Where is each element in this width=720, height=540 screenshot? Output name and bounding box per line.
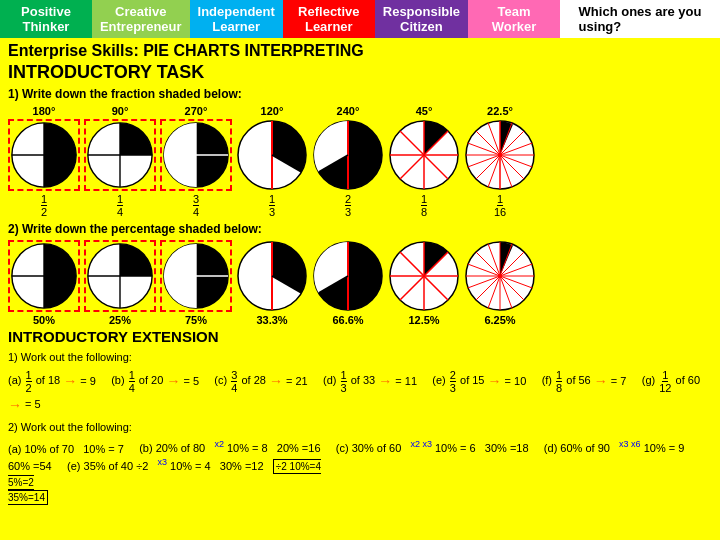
- ext1-g: (g) 112 of 60: [642, 374, 700, 386]
- pie2-25: [84, 240, 156, 312]
- pie-chart-120: [236, 119, 308, 191]
- enterprise-title: Enterprise Skills: PIE CHARTS INTERPRETI…: [8, 42, 712, 60]
- pct-label-50: 50%: [33, 314, 55, 326]
- fraction-45: 18: [421, 193, 427, 218]
- pie2-50: [8, 240, 80, 312]
- task2-instruction: 2) Write down the percentage shaded belo…: [8, 222, 712, 236]
- ans-a: = 9: [80, 374, 108, 386]
- tab-positive-label: PositiveThinker: [21, 4, 71, 34]
- chart-item-240: 240° 23: [312, 105, 384, 218]
- angle-label-270: 270°: [185, 105, 208, 117]
- chart-item-270: 270° 34: [160, 105, 232, 218]
- tab-team-label: TeamWorker: [492, 4, 537, 34]
- arrow-a: →: [63, 373, 77, 389]
- pie-chart-225: [464, 119, 536, 191]
- tab-independent-label: IndependentLearner: [198, 4, 275, 34]
- angle-label-45: 45°: [416, 105, 433, 117]
- ext1-d: (d) 13 of 33: [323, 374, 375, 386]
- ans-c: = 21: [286, 374, 320, 386]
- pie-chart-90: [84, 119, 156, 191]
- chart2-item-125: 12.5%: [388, 240, 460, 326]
- arrow-d: →: [378, 373, 392, 389]
- tab-team[interactable]: TeamWorker: [468, 0, 560, 38]
- chart-item-225: 22.5° 116: [464, 105, 536, 218]
- ext2-a: (a) 10% of 70 10% = 7: [8, 442, 136, 454]
- extension-title: INTRODUCTORY EXTENSION: [8, 328, 712, 345]
- pie-chart-180: [8, 119, 80, 191]
- arrow-b: →: [166, 373, 180, 389]
- main-content: Enterprise Skills: PIE CHARTS INTERPRETI…: [0, 38, 720, 513]
- chart-item-90: 90° 14: [84, 105, 156, 218]
- chart2-item-625: 6.25%: [464, 240, 536, 326]
- fraction-270: 34: [193, 193, 199, 218]
- pie2-125: [388, 240, 460, 312]
- ext1-f: (f) 18 of 56: [542, 374, 591, 386]
- chart2-item-333: 33.3%: [236, 240, 308, 326]
- pie2-333: [236, 240, 308, 312]
- ans-g: = 5: [25, 398, 41, 410]
- pct-label-666: 66.6%: [332, 314, 363, 326]
- ext1-items: (a) 12 of 18 → = 9 (b) 14 of 20 → = 5 (c…: [8, 369, 712, 417]
- chart2-item-75: 75%: [160, 240, 232, 326]
- pct-label-75: 75%: [185, 314, 207, 326]
- chart-item-45: 45° 18: [388, 105, 460, 218]
- charts-row-2: 50% 25% 75%: [8, 240, 712, 326]
- ext2-c: (c) 30% of 60 x2 x3 10% = 6 30% =18: [336, 442, 541, 454]
- fraction-120: 13: [269, 193, 275, 218]
- fraction-225: 116: [494, 193, 506, 218]
- section1-title: INTRODUCTORY TASK: [8, 62, 712, 83]
- tab-creative-label: CreativeEntrepreneur: [100, 4, 182, 34]
- tab-creative[interactable]: CreativeEntrepreneur: [92, 0, 190, 38]
- angle-label-225: 22.5°: [487, 105, 513, 117]
- pct-label-333: 33.3%: [256, 314, 287, 326]
- tab-positive[interactable]: PositiveThinker: [0, 0, 92, 38]
- pie-chart-240: [312, 119, 384, 191]
- angle-label-240: 240°: [337, 105, 360, 117]
- fraction-240: 23: [345, 193, 351, 218]
- arrow-g: →: [8, 397, 22, 413]
- ans-f: = 7: [611, 374, 639, 386]
- pie2-75: [160, 240, 232, 312]
- task1-instruction: 1) Write down the fraction shaded below:: [8, 87, 712, 101]
- ext1-e: (e) 23 of 15: [432, 374, 484, 386]
- pct-label-125: 12.5%: [408, 314, 439, 326]
- pct-label-25: 25%: [109, 314, 131, 326]
- angle-label-90: 90°: [112, 105, 129, 117]
- tab-reflective[interactable]: ReflectiveLearner: [283, 0, 375, 38]
- tab-reflective-label: ReflectiveLearner: [298, 4, 359, 34]
- ans-e: = 10: [505, 374, 539, 386]
- ext1-b: (b) 14 of 20: [111, 374, 163, 386]
- ext2-b: (b) 20% of 80 x2 10% = 8 20% =16: [139, 442, 333, 454]
- chart-item-120: 120° 13: [236, 105, 308, 218]
- chart2-item-25: 25%: [84, 240, 156, 326]
- arrow-c: →: [269, 373, 283, 389]
- fraction-90: 14: [117, 193, 123, 218]
- ext2-instruction: 2) Work out the following:: [8, 419, 712, 436]
- pie2-666: [312, 240, 384, 312]
- chart-item-180: 180° 12: [8, 105, 80, 218]
- chart2-item-50: 50%: [8, 240, 80, 326]
- tab-responsible[interactable]: ResponsibleCitizen: [375, 0, 468, 38]
- pie2-625: [464, 240, 536, 312]
- ext2-items: (a) 10% of 70 10% = 7 (b) 20% of 80 x2 1…: [8, 439, 712, 506]
- ext1-a: (a) 12 of 18: [8, 374, 60, 386]
- ans-b: = 5: [183, 374, 211, 386]
- angle-label-180: 180°: [33, 105, 56, 117]
- ext1-c: (c) 34 of 28: [214, 374, 266, 386]
- charts-row-1: 180° 12 90° 14: [8, 105, 712, 218]
- ans-d: = 11: [395, 374, 429, 386]
- which-ones-text: Which ones are youusing?: [560, 0, 720, 38]
- tab-independent[interactable]: IndependentLearner: [190, 0, 283, 38]
- ext1-instruction: 1) Work out the following:: [8, 349, 712, 366]
- arrow-f: →: [594, 373, 608, 389]
- chart2-item-666: 66.6%: [312, 240, 384, 326]
- pie-chart-45: [388, 119, 460, 191]
- header: PositiveThinker CreativeEntrepreneur Ind…: [0, 0, 720, 38]
- pct-label-625: 6.25%: [484, 314, 515, 326]
- fraction-180: 12: [41, 193, 47, 218]
- pie-chart-270: [160, 119, 232, 191]
- arrow-e: →: [488, 373, 502, 389]
- angle-label-120: 120°: [261, 105, 284, 117]
- tab-responsible-label: ResponsibleCitizen: [383, 4, 460, 34]
